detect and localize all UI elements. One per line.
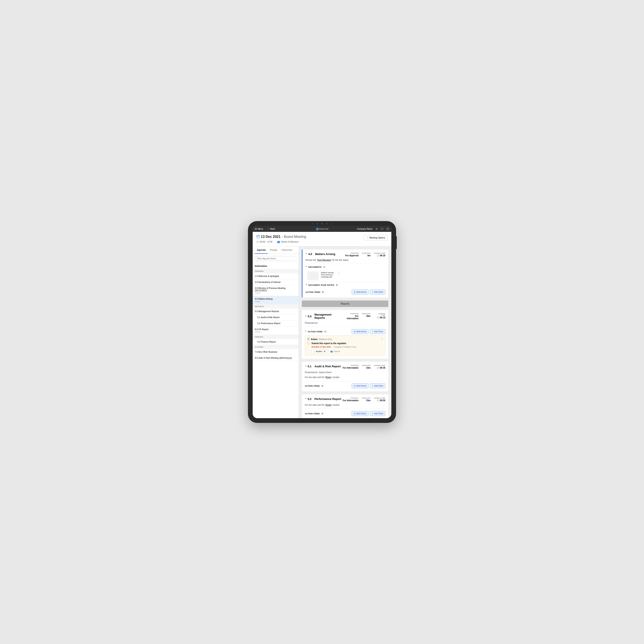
chevron-up-icon — [305, 252, 307, 256]
section-finance: FINANCE — [253, 335, 299, 339]
menu-button[interactable]: Menu — [255, 228, 263, 230]
plus-icon: + — [372, 291, 373, 293]
tab-people[interactable]: People — [268, 246, 279, 254]
sidebar-instructions[interactable]: Instructions — [253, 263, 299, 269]
sidebar-item-51[interactable]: 5.1 Audit & Risk Report — [253, 314, 299, 320]
chevron-up-icon — [305, 330, 307, 333]
sidebar-item-5[interactable]: 5.0 Management Reports — [253, 308, 299, 314]
camera-bar — [312, 223, 332, 225]
app-logo: Decision Time — [316, 227, 328, 230]
sidebar-item-1[interactable]: 1.0 Welcome & apologies — [253, 273, 299, 279]
chevron-up-icon — [305, 266, 307, 268]
sidebar-item-53[interactable]: 5.3 Finance Report — [253, 339, 299, 345]
section-opening: OPENING — [253, 269, 299, 273]
logo-text: Decision Time — [319, 228, 328, 230]
chevron-up-icon — [305, 315, 307, 318]
meeting-group: 👥 Board of Directors — [277, 240, 299, 243]
filter-input[interactable] — [255, 256, 296, 261]
sidebar-item-8[interactable]: 8.0 Date of Next Meeting (dd/mm/yyyy) — [253, 355, 299, 361]
agenda-card-51: 5.1 Audit & Risk Report PURPOSEFor Infor… — [302, 362, 388, 391]
meeting-time: 09:00 - 12:00 — [257, 240, 272, 243]
calendar-icon — [257, 235, 260, 238]
card-description: For live data visit the 'Goals' module — [305, 404, 385, 406]
people-icon: 👥 — [277, 240, 280, 243]
check-circle-icon: ⊘ — [354, 412, 355, 415]
app-topbar: Menu ← Back Decision Time Company Name ⇄… — [253, 226, 391, 232]
meeting-options-button[interactable]: Meeting Options — [364, 235, 387, 241]
hamburger-icon — [255, 228, 257, 230]
check-circle-icon: ⊘ — [354, 330, 355, 333]
card-description: Review the 'Task Manager' for the live s… — [305, 259, 385, 261]
tab-outcomes[interactable]: Outcomes — [279, 246, 295, 254]
people-icon: 👥 — [330, 350, 333, 352]
add-note-button[interactable]: +Add Note — [370, 290, 385, 295]
add-action-button[interactable]: ⊘Add Action — [352, 411, 369, 416]
agenda-card-5: 5.0 Management Reports PURPOSEFor Inform… — [302, 310, 388, 359]
add-note-button[interactable]: +Add Note — [370, 329, 385, 334]
clock-icon — [377, 399, 379, 402]
overdue-label: Overdue 17 Dec 2021 — [311, 346, 331, 348]
clock-icon — [377, 367, 379, 369]
section-banner-reports: Reports — [302, 301, 388, 307]
action-type-label: Action — [311, 338, 317, 340]
replies-button[interactable]: ⌄Replies0 — [311, 349, 328, 353]
chevron-up-icon — [305, 397, 307, 401]
shared-label: 👥Shared — [330, 350, 340, 352]
content-area[interactable]: 4.0 Matters Arising PURPOSEFor Approval … — [299, 246, 391, 418]
document-name: Matters arising from previous meetings.p… — [321, 272, 336, 278]
clock-icon — [257, 241, 259, 243]
sidebar-item-52[interactable]: 5.2 Performance Report — [253, 320, 299, 327]
add-note-button[interactable]: +Add Note — [370, 411, 385, 416]
chevron-down-icon: ⌄ — [313, 350, 315, 352]
radio-unchecked-icon[interactable] — [307, 342, 310, 345]
chevron-up-icon — [305, 284, 307, 286]
action-items-header[interactable]: ACTION ITEMS1 — [305, 330, 327, 333]
card-title[interactable]: 5.0 Management Reports — [305, 313, 343, 319]
tab-agenda[interactable]: Agenda — [255, 246, 268, 254]
add-note-button[interactable]: +Add Note — [370, 383, 385, 388]
documents-header[interactable]: DOCUMENTS1 — [305, 264, 385, 270]
dots-vertical-icon — [366, 236, 369, 239]
document-page-notes-header[interactable]: DOCUMENT PAGE NOTES0 — [305, 282, 385, 288]
agenda-card-4: 4.0 Matters Arising PURPOSEFor Approval … — [302, 249, 388, 298]
action-items-label: ACTION ITEMS0 — [305, 412, 324, 415]
plus-icon: + — [372, 330, 373, 333]
document-menu-icon[interactable]: ⋮ — [338, 272, 340, 275]
logo-icon — [316, 227, 319, 230]
add-action-button[interactable]: ⊘Add Action — [352, 329, 369, 334]
document-tile[interactable]: Matters arising from previous meetings.p… — [305, 270, 342, 282]
company-name: Company Name — [357, 228, 372, 230]
section-reports: REPORTS — [253, 304, 299, 308]
card-title[interactable]: 4.0 Matters Arising — [305, 252, 335, 256]
check-circle-icon: ⊘ — [354, 291, 355, 293]
action-menu-icon[interactable]: ⋮ — [381, 337, 383, 340]
card-title[interactable]: 5.2 Performance Report — [305, 397, 341, 401]
sidebar-item-2[interactable]: 2.0 Declarations of Interest — [253, 279, 299, 285]
presented-by: Presented by: — [305, 322, 385, 324]
sidebar-item-3[interactable]: 3.0 Minutes of Previous Meeting (31/11/2… — [253, 285, 299, 296]
chevron-up-icon — [305, 365, 307, 368]
card-title[interactable]: 5.1 Audit & Risk Report — [305, 365, 341, 368]
clock-icon — [377, 255, 379, 257]
avatar-icon[interactable]: ☺▾ — [386, 227, 389, 230]
action-owner: Matthew Grey — [319, 338, 332, 340]
tablet-frame: Menu ← Back Decision Time Company Name ⇄… — [248, 221, 396, 423]
sidebar-item-7[interactable]: 7.0 Any Other Business — [253, 349, 299, 355]
add-action-button[interactable]: ⊘Add Action — [352, 383, 369, 388]
meeting-title: - Board Meeting — [282, 235, 306, 239]
back-button[interactable]: ← Back — [267, 228, 275, 230]
help-icon[interactable]: ? — [381, 227, 384, 230]
list-icon: ☲ — [307, 338, 310, 341]
sidebar-item-6[interactable]: 6.0 CE Report3 Docs — [253, 327, 299, 335]
action-item-card: ☲ Action Matthew Grey ⋮ Submit this repo… — [305, 335, 385, 356]
sidebar-item-4[interactable]: 4.0 Matters Arising1 Docs — [253, 296, 299, 304]
swap-icon[interactable]: ⇄ — [375, 227, 378, 230]
meeting-date: 13 Dec 2021 — [261, 235, 281, 239]
arrow-left-icon: ← — [267, 228, 269, 230]
document-thumbnail — [307, 272, 319, 280]
add-action-button[interactable]: ⊘Add Action — [352, 290, 369, 295]
power-button[interactable] — [396, 236, 397, 249]
presented-by: Presented by: James Green — [305, 371, 385, 374]
check-circle-icon: ⊘ — [354, 385, 355, 387]
card-description: For live data visit the 'Risks' module — [305, 376, 385, 378]
